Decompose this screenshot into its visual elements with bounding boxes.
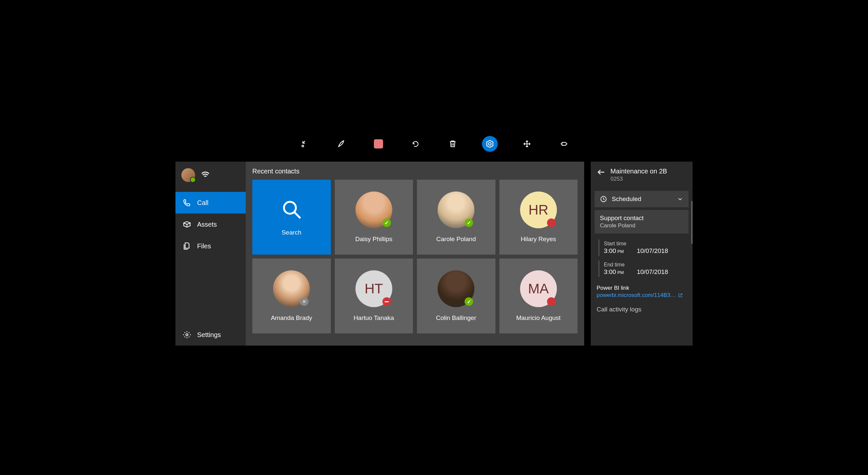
contact-tile[interactable]: Amanda Brady [252, 258, 331, 334]
contact-name: Hilary Reyes [521, 235, 556, 243]
details-title: Maintenance on 2B [611, 167, 667, 175]
nav-label: Assets [197, 221, 217, 228]
nav-label: Files [197, 243, 211, 250]
search-icon [280, 198, 303, 222]
support-label: Support contact [600, 215, 644, 221]
collapse-tool[interactable] [296, 136, 312, 152]
sidebar-item-assets[interactable]: Assets [176, 214, 246, 235]
status-badge-offline [300, 297, 309, 306]
details-panel: Maintenance on 2B 0253 Scheduled Support… [591, 162, 692, 346]
powerbi-link[interactable]: powerbi.microsoft.com/114B3… [597, 292, 683, 298]
sidebar-item-files[interactable]: Files [176, 235, 246, 257]
contact-name: Mauricio August [516, 314, 560, 322]
app-tool[interactable] [482, 136, 498, 152]
support-value: Carole Poland [600, 222, 683, 229]
contacts-panel: Recent contacts Search Daisy Phillips Ca… [246, 162, 584, 346]
contact-name: Colin Ballinger [436, 314, 476, 322]
contact-avatar: HT [355, 271, 392, 307]
contact-tile[interactable]: Daisy Phillips [335, 180, 413, 255]
contact-avatar [438, 271, 474, 307]
search-tile[interactable]: Search [252, 180, 331, 255]
status-badge-online [465, 297, 473, 306]
contact-name: Daisy Phillips [355, 235, 392, 243]
contact-avatar [438, 191, 474, 228]
contact-name: Amanda Brady [271, 314, 312, 322]
nav-label: Call [197, 199, 208, 207]
support-contact-row[interactable]: Support contact Carole Poland [595, 210, 689, 233]
contacts-grid: Search Daisy Phillips Carole Poland HR H… [252, 180, 578, 334]
sidebar-item-call[interactable]: Call [176, 192, 246, 214]
contact-avatar: HR [520, 191, 557, 228]
search-label: Search [282, 229, 301, 236]
stop-tool[interactable] [371, 136, 386, 152]
details-subtitle: 0253 [611, 176, 667, 182]
start-time-entry: Start time 3:00PM 10/07/2018 [598, 240, 685, 256]
move-tool[interactable] [519, 136, 535, 152]
svg-point-1 [488, 142, 491, 145]
svg-point-2 [186, 334, 188, 336]
sidebar: Call Assets Files Settings [176, 162, 246, 346]
pen-tool[interactable] [334, 136, 349, 152]
contact-tile[interactable]: HT Hartuo Tanaka [335, 258, 413, 334]
contact-tile[interactable]: Carole Poland [417, 180, 495, 255]
user-avatar[interactable] [181, 168, 195, 182]
contact-tile[interactable]: Colin Ballinger [417, 258, 495, 334]
toolbar [176, 129, 692, 162]
end-time-entry: End time 3:00PM 10/07/2018 [598, 260, 685, 277]
nav-label: Settings [197, 331, 221, 339]
wifi-icon [201, 171, 210, 179]
svg-point-0 [302, 145, 303, 147]
contact-avatar [355, 191, 392, 228]
contact-tile[interactable]: HR Hilary Reyes [499, 180, 578, 255]
contact-name: Hartuo Tanaka [353, 314, 394, 322]
svg-point-3 [284, 202, 296, 214]
app-window: Call Assets Files Settings Recent contac… [176, 162, 692, 346]
status-badge-busy [547, 297, 556, 306]
undo-tool[interactable] [408, 136, 424, 152]
status-badge-online [465, 218, 473, 227]
status-badge-online [382, 218, 391, 227]
status-badge-busy [547, 218, 556, 227]
contact-avatar: MA [520, 271, 557, 307]
contact-tile[interactable]: MA Mauricio August [499, 258, 578, 334]
status-dropdown[interactable]: Scheduled [595, 191, 689, 207]
sidebar-item-settings[interactable]: Settings [176, 324, 246, 346]
contacts-heading: Recent contacts [252, 167, 578, 175]
pin-tool[interactable] [556, 136, 572, 152]
back-button[interactable] [597, 167, 606, 178]
chevron-down-icon [677, 196, 683, 202]
powerbi-link-block: Power BI link powerbi.microsoft.com/114B… [591, 282, 692, 298]
external-link-icon [678, 293, 683, 298]
activity-logs-heading: Call activity logs [591, 298, 692, 313]
contact-name: Carole Poland [436, 235, 476, 243]
delete-tool[interactable] [445, 136, 461, 152]
contact-avatar [273, 271, 310, 307]
svg-line-4 [294, 212, 300, 218]
status-badge-dnd [382, 297, 391, 306]
status-label: Scheduled [612, 195, 641, 203]
